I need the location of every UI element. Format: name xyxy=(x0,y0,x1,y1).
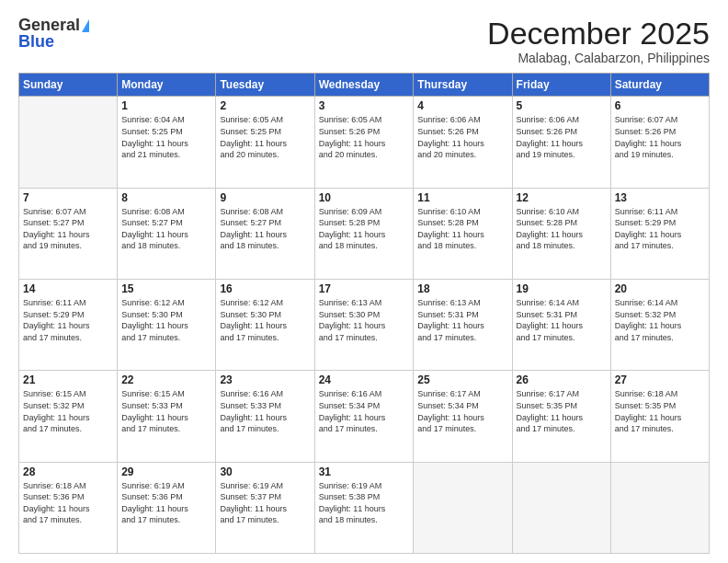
day-number: 29 xyxy=(121,465,211,478)
day-info: Sunrise: 6:05 AM Sunset: 5:26 PM Dayligh… xyxy=(319,114,410,160)
day-info: Sunrise: 6:16 AM Sunset: 5:33 PM Dayligh… xyxy=(220,388,310,434)
day-number: 9 xyxy=(220,191,310,204)
calendar-cell: 25Sunrise: 6:17 AM Sunset: 5:34 PM Dayli… xyxy=(414,371,512,462)
calendar-cell: 2Sunrise: 6:05 AM Sunset: 5:25 PM Daylig… xyxy=(216,97,314,188)
day-number: 31 xyxy=(319,465,410,478)
day-info: Sunrise: 6:11 AM Sunset: 5:29 PM Dayligh… xyxy=(615,206,705,252)
calendar-cell: 19Sunrise: 6:14 AM Sunset: 5:31 PM Dayli… xyxy=(512,280,610,371)
logo-icon xyxy=(82,19,89,32)
page: General Blue December 2025 Malabag, Cala… xyxy=(0,0,728,563)
weekday-header-saturday: Saturday xyxy=(610,74,709,97)
calendar-cell: 5Sunrise: 6:06 AM Sunset: 5:26 PM Daylig… xyxy=(512,97,610,188)
weekday-header-friday: Friday xyxy=(512,74,610,97)
day-info: Sunrise: 6:12 AM Sunset: 5:30 PM Dayligh… xyxy=(121,297,211,343)
day-number: 12 xyxy=(517,191,607,204)
week-row-0: 1Sunrise: 6:04 AM Sunset: 5:25 PM Daylig… xyxy=(19,97,710,188)
day-info: Sunrise: 6:13 AM Sunset: 5:31 PM Dayligh… xyxy=(417,297,507,343)
calendar-cell: 11Sunrise: 6:10 AM Sunset: 5:28 PM Dayli… xyxy=(414,188,512,279)
calendar-cell: 24Sunrise: 6:16 AM Sunset: 5:34 PM Dayli… xyxy=(314,371,414,462)
day-number: 6 xyxy=(615,99,705,112)
day-info: Sunrise: 6:06 AM Sunset: 5:26 PM Dayligh… xyxy=(417,114,507,160)
calendar-cell: 4Sunrise: 6:06 AM Sunset: 5:26 PM Daylig… xyxy=(414,97,512,188)
day-number: 30 xyxy=(220,465,310,478)
calendar-cell: 22Sunrise: 6:15 AM Sunset: 5:33 PM Dayli… xyxy=(118,371,216,462)
calendar-cell: 14Sunrise: 6:11 AM Sunset: 5:29 PM Dayli… xyxy=(19,280,118,371)
week-row-1: 7Sunrise: 6:07 AM Sunset: 5:27 PM Daylig… xyxy=(19,188,710,279)
day-number: 19 xyxy=(517,282,607,295)
title-block: December 2025 Malabag, Calabarzon, Phili… xyxy=(487,17,710,65)
week-row-3: 21Sunrise: 6:15 AM Sunset: 5:32 PM Dayli… xyxy=(19,371,710,462)
day-info: Sunrise: 6:07 AM Sunset: 5:26 PM Dayligh… xyxy=(615,114,705,160)
day-number: 18 xyxy=(417,282,507,295)
day-info: Sunrise: 6:18 AM Sunset: 5:36 PM Dayligh… xyxy=(23,480,113,526)
logo: General Blue xyxy=(18,17,89,52)
calendar-cell: 23Sunrise: 6:16 AM Sunset: 5:33 PM Dayli… xyxy=(216,371,314,462)
calendar-cell xyxy=(512,462,610,553)
day-info: Sunrise: 6:19 AM Sunset: 5:37 PM Dayligh… xyxy=(220,480,310,526)
weekday-header-sunday: Sunday xyxy=(19,74,118,97)
calendar-cell: 26Sunrise: 6:17 AM Sunset: 5:35 PM Dayli… xyxy=(512,371,610,462)
day-number: 25 xyxy=(417,373,507,386)
day-number: 27 xyxy=(615,373,705,386)
day-number: 22 xyxy=(121,373,211,386)
day-info: Sunrise: 6:10 AM Sunset: 5:28 PM Dayligh… xyxy=(417,206,507,252)
calendar-cell: 16Sunrise: 6:12 AM Sunset: 5:30 PM Dayli… xyxy=(216,280,314,371)
calendar-cell: 6Sunrise: 6:07 AM Sunset: 5:26 PM Daylig… xyxy=(610,97,709,188)
calendar-cell: 27Sunrise: 6:18 AM Sunset: 5:35 PM Dayli… xyxy=(610,371,709,462)
day-number: 14 xyxy=(23,282,113,295)
day-number: 26 xyxy=(517,373,607,386)
day-number: 5 xyxy=(517,99,607,112)
day-info: Sunrise: 6:05 AM Sunset: 5:25 PM Dayligh… xyxy=(220,114,310,160)
day-info: Sunrise: 6:14 AM Sunset: 5:31 PM Dayligh… xyxy=(517,297,607,343)
weekday-header-tuesday: Tuesday xyxy=(216,74,314,97)
day-info: Sunrise: 6:12 AM Sunset: 5:30 PM Dayligh… xyxy=(220,297,310,343)
week-row-4: 28Sunrise: 6:18 AM Sunset: 5:36 PM Dayli… xyxy=(19,462,710,553)
calendar-cell: 20Sunrise: 6:14 AM Sunset: 5:32 PM Dayli… xyxy=(610,280,709,371)
day-number: 11 xyxy=(417,191,507,204)
day-number: 20 xyxy=(615,282,705,295)
day-number: 8 xyxy=(121,191,211,204)
weekday-header-row: SundayMondayTuesdayWednesdayThursdayFrid… xyxy=(19,74,710,97)
calendar-cell: 10Sunrise: 6:09 AM Sunset: 5:28 PM Dayli… xyxy=(314,188,414,279)
day-info: Sunrise: 6:09 AM Sunset: 5:28 PM Dayligh… xyxy=(319,206,410,252)
day-info: Sunrise: 6:16 AM Sunset: 5:34 PM Dayligh… xyxy=(319,388,410,434)
month-title: December 2025 xyxy=(487,17,710,51)
day-info: Sunrise: 6:08 AM Sunset: 5:27 PM Dayligh… xyxy=(121,206,211,252)
day-number: 2 xyxy=(220,99,310,112)
day-info: Sunrise: 6:13 AM Sunset: 5:30 PM Dayligh… xyxy=(319,297,410,343)
week-row-2: 14Sunrise: 6:11 AM Sunset: 5:29 PM Dayli… xyxy=(19,280,710,371)
logo-blue-text: Blue xyxy=(18,33,54,52)
day-info: Sunrise: 6:19 AM Sunset: 5:38 PM Dayligh… xyxy=(319,480,410,526)
day-info: Sunrise: 6:11 AM Sunset: 5:29 PM Dayligh… xyxy=(23,297,113,343)
day-info: Sunrise: 6:08 AM Sunset: 5:27 PM Dayligh… xyxy=(220,206,310,252)
day-number: 16 xyxy=(220,282,310,295)
day-number: 28 xyxy=(23,465,113,478)
calendar-cell: 7Sunrise: 6:07 AM Sunset: 5:27 PM Daylig… xyxy=(19,188,118,279)
calendar-cell: 12Sunrise: 6:10 AM Sunset: 5:28 PM Dayli… xyxy=(512,188,610,279)
day-number: 23 xyxy=(220,373,310,386)
day-number: 10 xyxy=(319,191,410,204)
day-info: Sunrise: 6:04 AM Sunset: 5:25 PM Dayligh… xyxy=(121,114,211,160)
day-number: 17 xyxy=(319,282,410,295)
weekday-header-monday: Monday xyxy=(118,74,216,97)
day-number: 13 xyxy=(615,191,705,204)
calendar-cell xyxy=(610,462,709,553)
day-info: Sunrise: 6:07 AM Sunset: 5:27 PM Dayligh… xyxy=(23,206,113,252)
calendar-cell: 8Sunrise: 6:08 AM Sunset: 5:27 PM Daylig… xyxy=(118,188,216,279)
calendar-cell: 18Sunrise: 6:13 AM Sunset: 5:31 PM Dayli… xyxy=(414,280,512,371)
calendar-cell: 9Sunrise: 6:08 AM Sunset: 5:27 PM Daylig… xyxy=(216,188,314,279)
calendar-cell: 21Sunrise: 6:15 AM Sunset: 5:32 PM Dayli… xyxy=(19,371,118,462)
calendar-table: SundayMondayTuesdayWednesdayThursdayFrid… xyxy=(18,73,710,554)
day-info: Sunrise: 6:10 AM Sunset: 5:28 PM Dayligh… xyxy=(517,206,607,252)
day-info: Sunrise: 6:17 AM Sunset: 5:34 PM Dayligh… xyxy=(417,388,507,434)
day-info: Sunrise: 6:18 AM Sunset: 5:35 PM Dayligh… xyxy=(615,388,705,434)
calendar-cell: 1Sunrise: 6:04 AM Sunset: 5:25 PM Daylig… xyxy=(118,97,216,188)
location: Malabag, Calabarzon, Philippines xyxy=(487,51,710,65)
calendar-cell xyxy=(414,462,512,553)
day-info: Sunrise: 6:14 AM Sunset: 5:32 PM Dayligh… xyxy=(615,297,705,343)
weekday-header-thursday: Thursday xyxy=(414,74,512,97)
calendar-cell xyxy=(19,97,118,188)
calendar-cell: 28Sunrise: 6:18 AM Sunset: 5:36 PM Dayli… xyxy=(19,462,118,553)
day-number: 21 xyxy=(23,373,113,386)
day-info: Sunrise: 6:17 AM Sunset: 5:35 PM Dayligh… xyxy=(517,388,607,434)
